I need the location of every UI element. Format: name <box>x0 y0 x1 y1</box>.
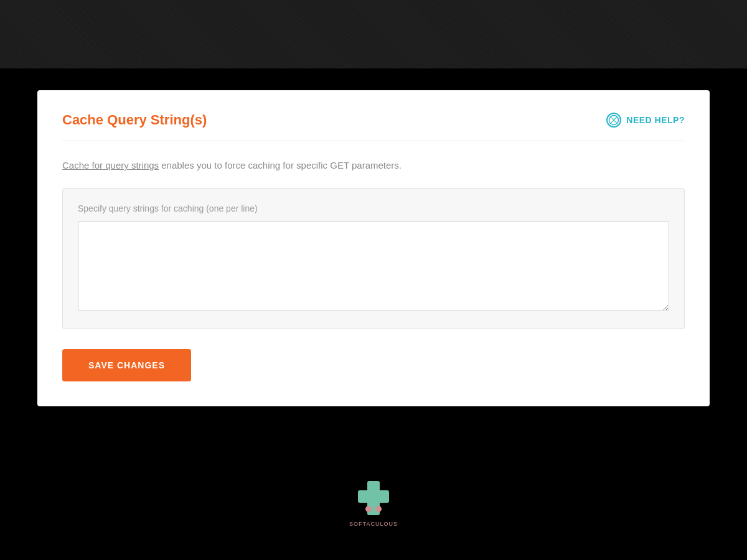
svg-rect-4 <box>358 490 389 503</box>
main-card: Cache Query String(s) NEED HELP? Cache f… <box>37 90 710 406</box>
top-bar-background <box>0 0 747 68</box>
logo-text: SOFTACULOUS <box>349 521 398 527</box>
logo-icon <box>355 478 392 518</box>
save-changes-button[interactable]: SAVE CHANGES <box>62 349 191 381</box>
description-body: enables you to force caching for specifi… <box>159 160 402 170</box>
bottom-area: SOFTACULOUS <box>0 445 747 560</box>
help-icon <box>606 113 621 128</box>
need-help-link[interactable]: NEED HELP? <box>606 113 685 128</box>
logo-watermark: SOFTACULOUS <box>349 478 398 527</box>
card-header: Cache Query String(s) NEED HELP? <box>62 112 685 141</box>
cache-query-strings-link[interactable]: Cache for query strings <box>62 160 159 170</box>
page-title: Cache Query String(s) <box>62 112 207 128</box>
need-help-label: NEED HELP? <box>626 115 685 125</box>
svg-point-6 <box>375 506 382 512</box>
svg-point-5 <box>365 506 372 512</box>
description-text: Cache for query strings enables you to f… <box>62 159 685 173</box>
query-strings-textarea[interactable] <box>78 221 669 311</box>
top-navigation-bar <box>0 0 747 68</box>
textarea-label: Specify query strings for caching (one p… <box>78 203 669 213</box>
form-section: Specify query strings for caching (one p… <box>62 188 685 329</box>
